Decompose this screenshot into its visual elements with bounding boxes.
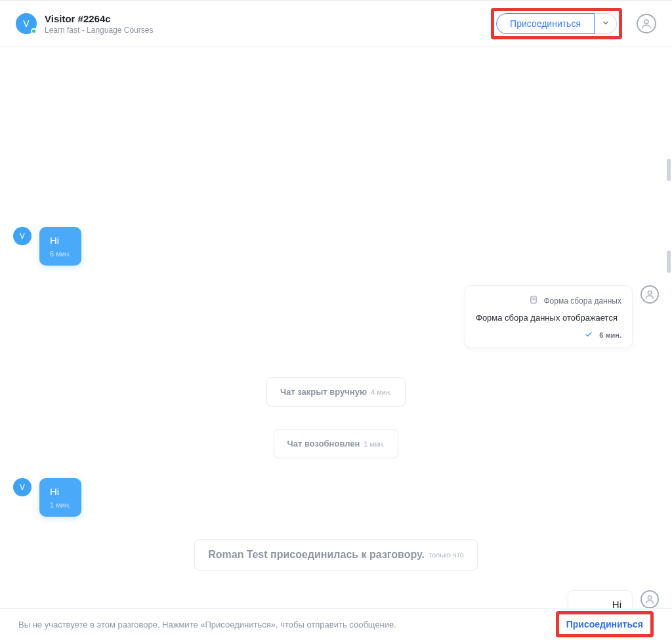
status-agent-joined: Roman Test присоединилась к разговору. т… [194, 539, 478, 570]
check-icon [585, 329, 593, 341]
message-avatar: V [13, 227, 32, 245]
message-avatar [640, 285, 659, 304]
chat-scroll[interactable]: V Hi 6 мин. Форма сбора данных [0, 47, 672, 608]
system-form-bubble[interactable]: Форма сбора данных Форма сбора данных от… [465, 285, 633, 348]
footer-join-highlight: Присоединиться [556, 611, 654, 637]
visitor-name: Visitor #2264c [45, 13, 153, 24]
spacer [13, 47, 659, 216]
visitor-source: Learn fast - Language Courses [45, 26, 153, 35]
message-row: Hi только что [13, 590, 659, 609]
agent-message-bubble[interactable]: Hi только что [568, 590, 633, 609]
header-left: V Visitor #2264c Learn fast - Language C… [16, 13, 153, 35]
chevron-down-icon [602, 19, 610, 29]
join-dropdown-button[interactable] [595, 13, 617, 34]
visitor-message-bubble[interactable]: Hi 1 мин. [39, 478, 81, 517]
chat-header: V Visitor #2264c Learn fast - Language C… [0, 0, 672, 47]
status-text: Чат возобновлен [287, 439, 360, 449]
avatar-letter: V [23, 18, 29, 29]
profile-icon[interactable] [637, 14, 656, 33]
footer: Вы не участвуете в этом разговоре. Нажми… [0, 609, 672, 640]
visitor-message-bubble[interactable]: Hi 6 мин. [39, 227, 81, 266]
avatar-letter: V [20, 231, 25, 241]
status-time: 4 мин. [371, 388, 392, 396]
join-button-group: Присоединиться [496, 13, 617, 34]
svg-point-1 [648, 291, 651, 294]
footer-join-button[interactable]: Присоединиться [561, 616, 648, 632]
status-text: Roman Test присоединилась к разговору. [208, 549, 425, 561]
svg-point-5 [648, 596, 651, 599]
form-icon [529, 295, 538, 306]
status-text: Чат закрыт вручную [280, 387, 367, 397]
header-right: Присоединиться [491, 8, 656, 39]
agent-avatar-icon[interactable] [640, 285, 659, 304]
message-row: Форма сбора данных Форма сбора данных от… [13, 285, 659, 348]
svg-point-0 [644, 20, 648, 24]
message-text: Hi [50, 486, 71, 497]
message-time: 6 мин. [599, 331, 621, 339]
message-avatar [640, 590, 659, 609]
message-time: 6 мин. [50, 250, 71, 258]
visitor-avatar-small[interactable]: V [13, 478, 32, 496]
message-row: V Hi 6 мин. [13, 227, 659, 266]
chat-area: V Hi 6 мин. Форма сбора данных [0, 47, 672, 609]
status-time: только что [429, 551, 464, 559]
message-text: Hi [50, 235, 71, 246]
form-title: Форма сбора данных [543, 296, 621, 306]
system-bubble-footer: 6 мин. [476, 329, 621, 341]
status-row: Roman Test присоединилась к разговору. т… [13, 517, 659, 570]
visitor-avatar-small[interactable]: V [13, 227, 32, 245]
form-body: Форма сбора данных отображается [476, 313, 621, 323]
status-chat-closed: Чат закрыт вручную 4 мин. [266, 377, 406, 407]
message-row: V Hi 1 мин. [13, 478, 659, 517]
footer-info-text: Вы не участвуете в этом разговоре. Нажми… [18, 620, 396, 630]
status-chat-resumed: Чат возобновлен 1 мин. [274, 429, 399, 458]
visitor-avatar[interactable]: V [16, 13, 37, 34]
status-row: Чат закрыт вручную 4 мин. [13, 348, 659, 407]
header-title-block: Visitor #2264c Learn fast - Language Cou… [45, 13, 153, 35]
join-button-highlight: Присоединиться [491, 8, 622, 39]
message-text: Hi [579, 599, 621, 609]
status-row: Чат возобновлен 1 мин. [13, 407, 659, 458]
status-time: 1 мин. [364, 440, 385, 448]
message-time: 1 мин. [50, 501, 71, 509]
join-button[interactable]: Присоединиться [496, 13, 595, 34]
online-status-dot [31, 28, 37, 34]
system-bubble-header: Форма сбора данных [476, 295, 621, 306]
avatar-letter: V [20, 483, 25, 492]
agent-avatar-icon[interactable] [640, 590, 659, 609]
message-avatar: V [13, 478, 32, 496]
